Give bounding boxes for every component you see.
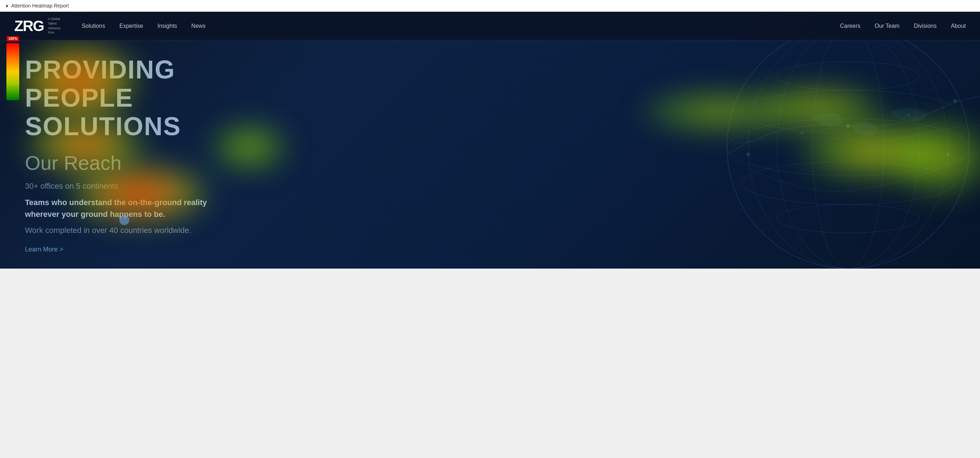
logo-tagline: A GlobalTalentAdvisoryFirm xyxy=(48,17,60,35)
nav-item-divisions[interactable]: Divisions xyxy=(914,23,937,29)
browser-bar: ♦ Attention Heatmap Report xyxy=(0,0,980,12)
nav-item-careers[interactable]: Careers xyxy=(840,23,860,29)
hero-title: PROVIDING PEOPLE SOLUTIONS xyxy=(25,56,955,140)
nav-item-our-team[interactable]: Our Team xyxy=(875,23,899,29)
browser-icon: ♦ xyxy=(6,3,8,8)
dot-accent xyxy=(119,215,129,225)
browser-title: Attention Heatmap Report xyxy=(11,3,69,8)
section-label: Our Reach xyxy=(25,151,955,174)
hero-title-line1: PROVIDING xyxy=(25,56,955,84)
heat-scale-bar xyxy=(6,43,19,100)
main-container: ZRG A GlobalTalentAdvisoryFirm Solutions… xyxy=(0,12,980,268)
nav-right: Careers Our Team Divisions About xyxy=(840,23,966,29)
hero-title-line2: PEOPLE xyxy=(25,84,955,112)
learn-more-link[interactable]: Learn More > xyxy=(25,246,955,253)
nav-item-insights[interactable]: Insights xyxy=(158,23,177,29)
nav-item-about[interactable]: About xyxy=(951,23,966,29)
work-countries: Work completed in over 40 countries worl… xyxy=(25,226,955,235)
hero-title-line3: SOLUTIONS xyxy=(25,112,955,140)
navbar: ZRG A GlobalTalentAdvisoryFirm Solutions… xyxy=(0,12,980,40)
nav-item-news[interactable]: News xyxy=(191,23,205,29)
logo-area: ZRG A GlobalTalentAdvisoryFirm xyxy=(14,17,60,35)
logo-text: ZRG xyxy=(14,19,44,34)
heat-scale: 100% xyxy=(6,43,19,100)
stat-offices: 30+ offices on 5 continents xyxy=(25,182,955,191)
website-area: ZRG A GlobalTalentAdvisoryFirm Solutions… xyxy=(0,12,980,268)
content-area: PROVIDING PEOPLE SOLUTIONS Our Reach 30+… xyxy=(0,40,980,268)
nav-item-solutions[interactable]: Solutions xyxy=(82,23,105,29)
nav-item-expertise[interactable]: Expertise xyxy=(119,23,143,29)
desc-teams: Teams who understand the on-the-ground r… xyxy=(25,196,232,220)
heat-scale-label: 100% xyxy=(6,36,19,41)
nav-left: Solutions Expertise Insights News xyxy=(82,23,840,29)
